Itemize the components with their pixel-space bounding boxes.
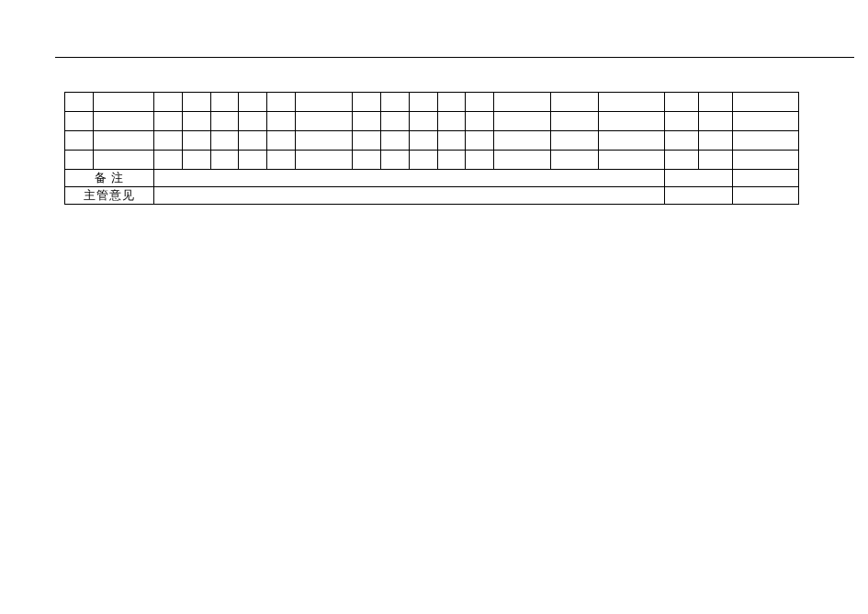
cell — [210, 112, 239, 131]
remark-label: 备 注 — [65, 170, 154, 187]
supervisor-opinion-label: 主管意见 — [65, 187, 154, 205]
cell — [664, 131, 698, 151]
cell — [664, 112, 698, 131]
table-row — [65, 93, 799, 112]
cell — [65, 112, 94, 131]
table-row — [65, 112, 799, 131]
cell — [182, 131, 210, 151]
cell — [239, 131, 267, 151]
cell — [153, 151, 182, 170]
cell — [698, 93, 732, 112]
cell — [153, 112, 182, 131]
cell — [598, 131, 664, 151]
cell — [267, 93, 296, 112]
table-row — [65, 131, 799, 151]
cell — [437, 93, 466, 112]
cell — [93, 151, 153, 170]
supervisor-row: 主管意见 — [65, 187, 799, 205]
cell — [239, 112, 267, 131]
cell — [153, 131, 182, 151]
cell — [664, 93, 698, 112]
cell — [698, 131, 732, 151]
grid-body: 备 注 主管意见 — [65, 93, 799, 205]
cell — [352, 93, 380, 112]
cell — [409, 93, 437, 112]
cell — [93, 93, 153, 112]
cell — [380, 93, 409, 112]
cell — [551, 131, 598, 151]
cell — [239, 151, 267, 170]
cell — [352, 112, 380, 131]
cell — [239, 93, 267, 112]
cell — [664, 151, 698, 170]
cell — [210, 151, 239, 170]
cell — [466, 93, 494, 112]
cell — [153, 93, 182, 112]
table-row — [65, 151, 799, 170]
cell — [466, 131, 494, 151]
cell — [352, 151, 380, 170]
cell — [732, 151, 798, 170]
cell — [352, 131, 380, 151]
spacer-cell — [664, 170, 732, 187]
cell — [494, 93, 551, 112]
cell — [296, 112, 353, 131]
cell — [732, 112, 798, 131]
cell — [380, 112, 409, 131]
cell — [267, 112, 296, 131]
cell — [598, 151, 664, 170]
main-table: 备 注 主管意见 — [64, 92, 799, 205]
cell — [182, 151, 210, 170]
spacer-cell — [664, 187, 732, 205]
cell — [93, 131, 153, 151]
cell — [182, 112, 210, 131]
cell — [494, 151, 551, 170]
cell — [296, 93, 353, 112]
cell — [732, 93, 798, 112]
cell — [494, 112, 551, 131]
cell — [409, 112, 437, 131]
cell — [437, 131, 466, 151]
remark-value — [153, 170, 664, 187]
cell — [598, 93, 664, 112]
cell — [551, 151, 598, 170]
cell — [551, 112, 598, 131]
cell — [466, 151, 494, 170]
cell — [267, 151, 296, 170]
cell — [65, 93, 94, 112]
cell — [182, 93, 210, 112]
cell — [267, 131, 296, 151]
cell — [466, 112, 494, 131]
cell — [551, 93, 598, 112]
cell — [598, 112, 664, 131]
cell — [210, 131, 239, 151]
cell — [93, 112, 153, 131]
spacer-cell — [732, 187, 798, 205]
cell — [65, 131, 94, 151]
cell — [296, 151, 353, 170]
cell — [437, 151, 466, 170]
supervisor-opinion-value — [153, 187, 664, 205]
cell — [296, 131, 353, 151]
cell — [380, 131, 409, 151]
top-rule — [55, 57, 854, 58]
cell — [210, 93, 239, 112]
cell — [380, 151, 409, 170]
cell — [65, 151, 94, 170]
remark-row: 备 注 — [65, 170, 799, 187]
cell — [437, 112, 466, 131]
cell — [494, 131, 551, 151]
cell — [409, 151, 437, 170]
cell — [409, 131, 437, 151]
form-container: 备 注 主管意见 — [64, 92, 799, 205]
cell — [698, 151, 732, 170]
spacer-cell — [732, 170, 798, 187]
cell — [698, 112, 732, 131]
cell — [732, 131, 798, 151]
